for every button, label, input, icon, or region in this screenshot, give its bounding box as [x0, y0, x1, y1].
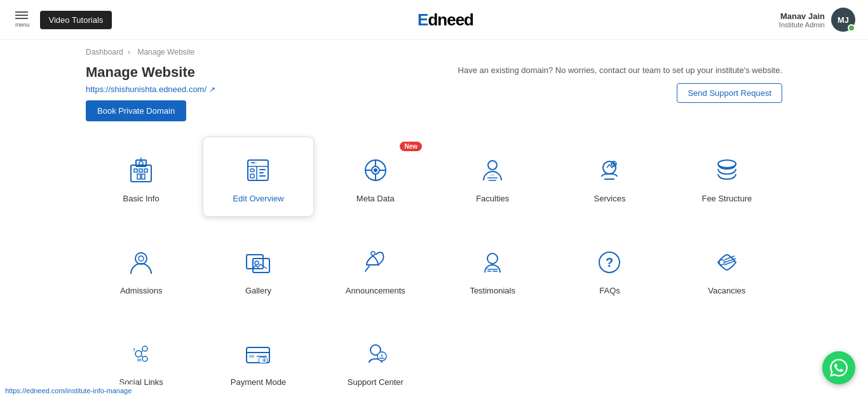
logo-text: dneed	[428, 10, 473, 29]
fee-icon	[712, 155, 742, 187]
grid-label-testimonials: Testimonials	[470, 286, 515, 295]
avatar: MJ	[831, 8, 855, 32]
svg-rect-4	[134, 169, 137, 172]
overview-icon	[243, 155, 273, 187]
svg-point-36	[135, 253, 147, 264]
svg-rect-3	[142, 174, 145, 179]
grid-label-faculties: Faculties	[476, 194, 509, 203]
svg-point-49	[719, 260, 724, 265]
video-tutorials-button[interactable]: Video Tutorials	[40, 11, 112, 29]
header-right: Manav Jain Institute Admin MJ	[779, 8, 855, 32]
grid-label-payment-mode: Payment Mode	[231, 377, 286, 387]
svg-point-25	[374, 168, 377, 172]
grid-item-basic-info[interactable]: Basic Info	[86, 137, 196, 217]
svg-point-40	[255, 261, 259, 265]
grid-item-admissions[interactable]: Admissions	[86, 229, 196, 308]
breadcrumb: Dashboard › Manage Website	[0, 40, 868, 64]
grid-item-edit-overview[interactable]: Edit Overview	[203, 137, 313, 217]
svg-point-37	[139, 256, 144, 261]
book-domain-button[interactable]: Book Private Domain	[86, 100, 186, 121]
svg-point-50	[135, 351, 142, 357]
svg-rect-12	[250, 169, 254, 172]
grid-label-meta-data: Meta Data	[356, 194, 395, 203]
grid-label-support-center: Support Center	[348, 377, 403, 387]
vacancies-icon	[712, 247, 742, 279]
svg-point-42	[371, 252, 375, 255]
faculties-icon	[477, 155, 508, 187]
svg-rect-0	[131, 165, 151, 182]
svg-point-64	[262, 359, 264, 361]
announcements-icon	[360, 247, 391, 279]
send-support-button[interactable]: Send Support Request	[677, 83, 782, 103]
social-icon: f in	[126, 339, 156, 371]
grid-label-vacancies: Vacancies	[708, 286, 745, 295]
grid-label-basic-info: Basic Info	[123, 194, 159, 203]
svg-rect-6	[144, 169, 147, 172]
svg-point-26	[488, 161, 497, 170]
svg-text:in: in	[137, 358, 141, 362]
grid-label-admissions: Admissions	[120, 286, 162, 295]
grid-item-support-center[interactable]: Support Center	[320, 321, 431, 397]
user-role: Institute Admin	[779, 21, 825, 29]
external-link-icon: ↗	[209, 85, 215, 94]
grid-item-fee-structure[interactable]: Fee Structure	[672, 137, 782, 217]
svg-point-43	[487, 253, 498, 264]
site-link[interactable]: https://shishunishta.edneed.com/ ↗	[86, 84, 215, 94]
svg-rect-16	[259, 175, 266, 177]
page-header-right: Have an existing domain? No worries, con…	[458, 64, 782, 103]
svg-rect-13	[259, 169, 266, 170]
logo-e: E	[417, 10, 428, 29]
grid-item-meta-data[interactable]: New Meta Data	[320, 137, 431, 217]
admissions-icon	[126, 247, 156, 279]
user-info: Manav Jain Institute Admin	[779, 11, 825, 29]
payment-icon	[243, 339, 273, 371]
grid-item-faqs[interactable]: ? FAQs	[554, 229, 665, 308]
menu-button[interactable]: menu	[13, 9, 32, 30]
bottom-status-link: https://edneed.com/institute-info-manage	[0, 384, 137, 397]
testimonials-icon	[477, 247, 508, 279]
whatsapp-button[interactable]	[822, 351, 855, 384]
svg-rect-59	[249, 355, 254, 358]
grid-item-payment-mode[interactable]: Payment Mode	[203, 321, 313, 397]
faqs-icon: ?	[594, 247, 625, 279]
svg-line-54	[142, 356, 142, 357]
svg-rect-14	[259, 172, 264, 173]
header: menu Video Tutorials Edneed Manav Jain I…	[0, 0, 868, 40]
svg-rect-15	[250, 174, 254, 178]
grid-label-announcements: Announcements	[346, 286, 405, 295]
svg-point-52	[142, 356, 147, 361]
main-content: Manage Website https://shishunishta.edne…	[0, 64, 868, 397]
grid-label-gallery: Gallery	[245, 286, 271, 295]
page-title: Manage Website	[86, 64, 215, 81]
svg-point-51	[142, 346, 147, 351]
svg-line-53	[142, 351, 142, 352]
grid-item-vacancies[interactable]: Vacancies	[672, 229, 782, 308]
grid-item-testimonials[interactable]: Testimonials	[437, 229, 548, 308]
avatar-initials: MJ	[837, 15, 849, 25]
menu-label: menu	[15, 22, 30, 28]
svg-rect-27	[490, 174, 495, 176]
grid-row-3: f in Social Links Payment Mode	[86, 321, 782, 397]
grid-item-faculties[interactable]: Faculties	[437, 137, 548, 217]
grid-item-services[interactable]: Services	[554, 137, 665, 217]
grid-label-faqs: FAQs	[599, 286, 620, 295]
grid-item-gallery[interactable]: Gallery	[203, 229, 313, 308]
page-header: Manage Website https://shishunishta.edne…	[86, 64, 782, 121]
metadata-icon	[360, 155, 391, 187]
header-left: menu Video Tutorials	[13, 9, 112, 30]
gallery-icon	[243, 247, 273, 279]
site-url: https://shishunishta.edneed.com/	[86, 84, 207, 94]
building-icon	[126, 155, 156, 187]
svg-rect-5	[139, 169, 142, 172]
grid-item-announcements[interactable]: Announcements	[320, 229, 431, 308]
new-badge: New	[400, 142, 422, 151]
grid-label-fee-structure: Fee Structure	[702, 194, 752, 203]
breadcrumb-home[interactable]: Dashboard	[86, 48, 123, 57]
services-icon	[594, 155, 625, 187]
breadcrumb-separator: ›	[128, 48, 130, 57]
logo: Edneed	[417, 10, 473, 30]
svg-point-35	[718, 160, 736, 168]
user-name: Manav Jain	[779, 11, 825, 21]
grid-label-services: Services	[594, 194, 626, 203]
grid-row-1: Basic Info Edit Overview	[86, 137, 782, 217]
